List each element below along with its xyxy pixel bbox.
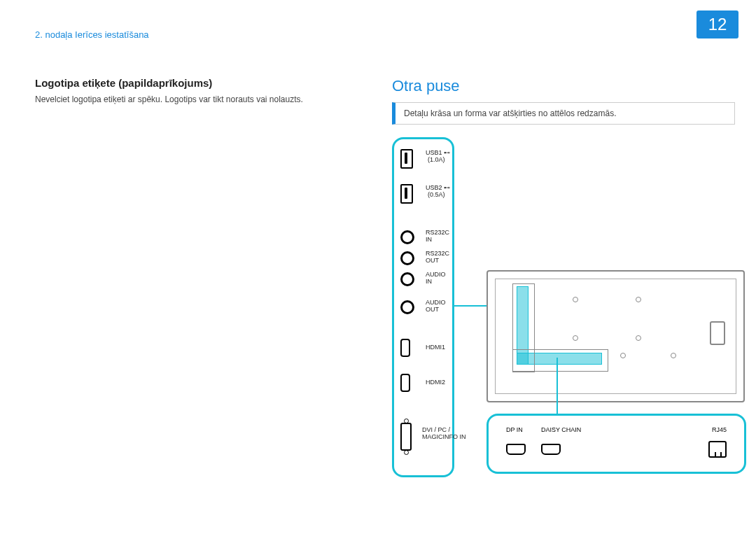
- audio-in-icon: [400, 272, 414, 286]
- audio-out-label: AUDIO OUT: [426, 299, 446, 313]
- power-socket-icon: [710, 321, 725, 345]
- hdmi1-label: HDMI1: [426, 344, 445, 351]
- port-frame-horz: [512, 349, 608, 372]
- rs232c-out-icon: [400, 251, 414, 265]
- side-port-panel: USB1 ⊷ (1.0A) USB2 ⊷ (0.5A) RS232C IN RS…: [392, 137, 454, 477]
- left-body: Nevelciet logotipa etiķeti ar spēku. Log…: [35, 94, 343, 104]
- usb2-sublabel: (0.5A): [428, 191, 445, 198]
- screw-icon: [573, 297, 578, 302]
- device-back: [486, 270, 745, 402]
- diagram-area: USB1 ⊷ (1.0A) USB2 ⊷ (0.5A) RS232C IN RS…: [392, 137, 742, 477]
- usb1-port-icon: [400, 149, 413, 169]
- screw-icon: [573, 335, 578, 341]
- rj45-label: RJ45: [712, 426, 727, 433]
- dp-in-port-icon: [506, 444, 526, 455]
- usb2-port-icon: [400, 184, 413, 204]
- left-heading: Logotipa etiķete (papildaprīkojums): [35, 77, 343, 89]
- bottom-port-panel: DP IN DAISY CHAIN RJ45: [486, 414, 746, 474]
- connector-line-bottom: [556, 358, 558, 414]
- rs232c-out-label: RS232C OUT: [426, 250, 449, 264]
- left-column: Logotipa etiķete (papildaprīkojums) Neve…: [35, 77, 343, 104]
- screw-icon: [636, 335, 641, 341]
- notice-box: Detaļu krāsa un forma var atšķirties no …: [392, 102, 735, 125]
- dvi-port-icon: [400, 423, 412, 451]
- right-column: Otra puse Detaļu krāsa un forma var atšķ…: [392, 77, 735, 477]
- right-heading: Otra puse: [392, 77, 735, 95]
- dvi-label: DVI / PC / MAGICINFO IN: [422, 426, 466, 440]
- dp-in-label: DP IN: [506, 426, 523, 433]
- rs232c-in-label: RS232C IN: [426, 229, 449, 243]
- hdmi1-icon: [400, 339, 410, 357]
- page-number: 12: [696, 10, 738, 38]
- hdmi2-icon: [400, 374, 410, 392]
- device-back-inner: [495, 279, 736, 394]
- screw-icon: [671, 353, 676, 358]
- usb1-label: USB1 ⊷: [426, 149, 450, 156]
- rj45-port-icon: [708, 441, 727, 458]
- usb1-sublabel: (1.0A): [428, 156, 445, 163]
- rs232c-in-icon: [400, 230, 414, 244]
- audio-in-label: AUDIO IN: [426, 271, 446, 285]
- audio-out-icon: [400, 300, 414, 314]
- connector-line-side: [452, 305, 486, 307]
- hdmi2-label: HDMI2: [426, 379, 445, 386]
- daisy-chain-port-icon: [541, 444, 561, 455]
- daisy-chain-label: DAISY CHAIN: [541, 426, 581, 433]
- screw-icon: [620, 353, 626, 358]
- usb2-label: USB2 ⊷: [426, 184, 450, 191]
- chapter-label: 2. nodaļa Ierīces iestatīšana: [35, 29, 149, 40]
- screw-icon: [636, 297, 641, 302]
